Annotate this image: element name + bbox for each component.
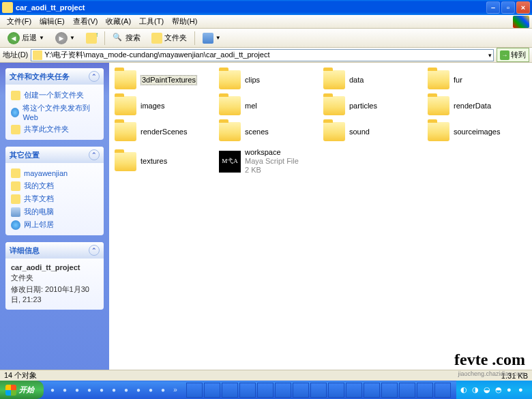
place-network[interactable]: 网上邻居	[11, 218, 98, 231]
menu-view[interactable]: 查看(V)	[69, 16, 102, 27]
maximize-button[interactable]: ▫	[501, 1, 515, 14]
quick-launch: ● ● ● ● ● ● ● ● ● ● »	[44, 383, 184, 397]
folder-item[interactable]: clips	[216, 68, 321, 91]
menu-help[interactable]: 帮助(H)	[168, 16, 201, 27]
menu-favorites[interactable]: 收藏(A)	[102, 16, 135, 27]
task-share-folder[interactable]: 共享此文件夹	[11, 123, 98, 136]
task-publish-web[interactable]: 将这个文件夹发布到 Web	[11, 102, 98, 123]
item-label: clips	[245, 76, 260, 85]
status-object-count: 14 个对象	[4, 370, 37, 381]
back-arrow-icon: ◄	[8, 32, 20, 44]
item-label: particles	[349, 102, 377, 110]
task-button[interactable]	[275, 383, 291, 398]
ql-item[interactable]: ●	[83, 383, 95, 397]
place-shared-docs[interactable]: 共享文档	[11, 192, 98, 205]
ql-overflow-icon[interactable]: »	[169, 383, 181, 397]
tray-icon[interactable]: ◐	[460, 385, 470, 395]
menu-tools[interactable]: 工具(T)	[135, 16, 168, 27]
statusbar: 14 个对象 1.31 KB	[0, 370, 532, 381]
folder-icon	[323, 96, 345, 115]
search-button[interactable]: 🔍 搜索	[108, 31, 145, 46]
panel-header[interactable]: 其它位置 ⌃	[5, 147, 104, 163]
task-button[interactable]	[310, 383, 327, 398]
folder-item[interactable]: data	[321, 68, 425, 91]
address-input-wrap[interactable]: ▾	[31, 49, 494, 61]
file-item[interactable]: M弋AworkspaceMaya Script File2 KB	[216, 146, 321, 177]
tray-icon[interactable]: ◓	[495, 385, 505, 395]
task-button[interactable]	[222, 383, 238, 398]
ql-item[interactable]: ●	[132, 383, 145, 397]
task-button[interactable]	[293, 383, 309, 398]
folder-item[interactable]: fur	[425, 68, 529, 91]
folder-icon	[219, 122, 241, 141]
folder-item[interactable]: images	[112, 94, 216, 117]
folder-item[interactable]: sourceimages	[425, 120, 529, 143]
panel-header[interactable]: 文件和文件夹任务 ⌃	[5, 68, 104, 85]
task-button[interactable]	[434, 383, 451, 398]
ql-item[interactable]: ●	[71, 383, 83, 397]
addressbar: 地址(D) ▾ → 转到	[0, 48, 532, 63]
task-button[interactable]	[399, 383, 415, 398]
share-folder-icon	[11, 125, 20, 134]
task-button[interactable]	[328, 383, 344, 398]
address-input[interactable]	[44, 51, 486, 59]
tray-icon[interactable]: ●	[518, 385, 528, 395]
back-button[interactable]: ◄ 后退 ▼	[3, 30, 49, 46]
folder-item[interactable]: mel	[216, 94, 321, 117]
task-button[interactable]	[204, 383, 220, 398]
folder-icon	[115, 96, 136, 115]
goto-button[interactable]: → 转到	[497, 48, 529, 62]
folder-icon	[33, 50, 42, 60]
folder-item[interactable]: renderData	[425, 94, 529, 117]
folder-item[interactable]: textures	[112, 146, 216, 177]
search-label: 搜索	[125, 33, 141, 43]
ql-item[interactable]: ●	[95, 383, 108, 397]
views-button[interactable]: ▼	[198, 31, 226, 46]
ql-item[interactable]: ●	[108, 383, 120, 397]
folder-view[interactable]: 3dPaintTexturesclipsdatafurimagesmelpart…	[109, 63, 532, 391]
folder-item[interactable]: scenes	[216, 120, 321, 143]
place-mayawenjian[interactable]: mayawenjian	[11, 167, 98, 179]
toolbar: ◄ 后退 ▼ ► ▼ ↑ 🔍 搜索 文件夹 ▼	[0, 29, 532, 48]
place-my-computer[interactable]: 我的电脑	[11, 205, 98, 218]
network-icon	[11, 220, 20, 230]
task-button[interactable]	[364, 383, 380, 398]
task-button[interactable]	[186, 383, 203, 398]
ql-item[interactable]: ●	[145, 383, 157, 397]
shared-docs-icon	[11, 194, 20, 204]
folders-button[interactable]: 文件夹	[147, 31, 192, 46]
folder-item[interactable]: sound	[321, 120, 425, 143]
ql-item[interactable]: ●	[46, 383, 59, 397]
folder-item[interactable]: renderScenes	[112, 120, 216, 143]
ql-item[interactable]: ●	[120, 383, 132, 397]
new-folder-icon	[11, 91, 20, 100]
windows-logo-icon	[5, 385, 16, 396]
task-buttons	[184, 383, 456, 398]
tray-icon[interactable]: ●	[507, 385, 516, 395]
place-my-docs[interactable]: 我的文档	[11, 179, 98, 192]
menu-file[interactable]: 文件(F)	[3, 16, 35, 27]
tray-icon[interactable]: ◒	[484, 385, 493, 395]
folder-item[interactable]: particles	[321, 94, 425, 117]
forward-button[interactable]: ► ▼	[50, 30, 80, 46]
task-button[interactable]	[239, 383, 256, 398]
ql-item[interactable]: ●	[157, 383, 169, 397]
chevron-up-icon: ⌃	[89, 71, 100, 82]
address-dropdown-icon[interactable]: ▾	[488, 52, 492, 59]
tray-icon[interactable]: ◑	[472, 385, 482, 395]
task-button[interactable]	[346, 383, 362, 398]
up-button[interactable]: ↑	[81, 31, 102, 46]
menu-edit[interactable]: 编辑(E)	[35, 16, 69, 27]
panel-header[interactable]: 详细信息 ⌃	[5, 242, 104, 258]
task-button[interactable]	[417, 383, 433, 398]
folder-icon	[2, 2, 13, 13]
close-button[interactable]: ×	[516, 1, 530, 14]
folder-item[interactable]: 3dPaintTextures	[112, 68, 216, 91]
task-new-folder[interactable]: 创建一个新文件夹	[11, 89, 98, 102]
task-button[interactable]	[381, 383, 398, 398]
ql-item[interactable]: ●	[59, 383, 71, 397]
start-button[interactable]: 开始	[0, 381, 44, 399]
system-tray: ◐ ◑ ◒ ◓ ● ●	[456, 381, 532, 399]
task-button[interactable]	[257, 383, 274, 398]
minimize-button[interactable]: –	[486, 1, 500, 14]
